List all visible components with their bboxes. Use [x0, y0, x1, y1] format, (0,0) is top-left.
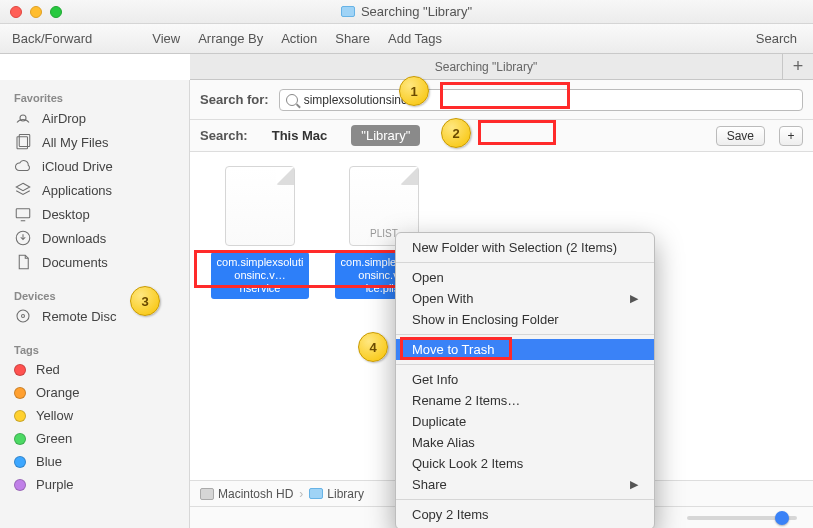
documents-icon [14, 254, 32, 270]
toolbar-search[interactable]: Search [756, 31, 797, 46]
sidebar-item-documents[interactable]: Documents [0, 250, 189, 274]
ctx-separator [396, 364, 654, 365]
svg-point-6 [22, 315, 25, 318]
tag-dot-icon [14, 387, 26, 399]
ctx-show-in-enclosing-folder[interactable]: Show in Enclosing Folder [396, 309, 654, 330]
add-search-criteria-button[interactable]: + [779, 126, 803, 146]
path-segment-root[interactable]: Macintosh HD [200, 487, 293, 501]
new-tab-button[interactable]: + [783, 54, 813, 79]
scope-library-button[interactable]: "Library" [351, 125, 420, 146]
sidebar-item-label: Orange [36, 385, 79, 400]
toolbar-view[interactable]: View [152, 31, 180, 46]
sidebar-item-label: All My Files [42, 135, 108, 150]
applications-icon [14, 182, 32, 198]
sidebar-item-airdrop[interactable]: AirDrop [0, 106, 189, 130]
chevron-right-icon: ▶ [630, 478, 638, 491]
sidebar-item-label: Downloads [42, 231, 106, 246]
annotation-highlight-2 [478, 120, 556, 145]
sidebar-section-tags: Tags [0, 338, 189, 358]
svg-rect-3 [16, 209, 30, 218]
sidebar-item-label: Documents [42, 255, 108, 270]
ctx-open[interactable]: Open [396, 267, 654, 288]
sidebar-section-devices: Devices [0, 284, 189, 304]
icon-size-slider[interactable] [687, 516, 797, 520]
back-forward-button[interactable]: Back/Forward [12, 31, 92, 46]
ctx-new-folder-with-selection[interactable]: New Folder with Selection (2 Items) [396, 237, 654, 258]
tag-dot-icon [14, 479, 26, 491]
save-search-button[interactable]: Save [716, 126, 765, 146]
sidebar-item-label: Desktop [42, 207, 90, 222]
search-input[interactable]: simplexsolutionsinc [279, 89, 803, 111]
ctx-get-info[interactable]: Get Info [396, 369, 654, 390]
search-value: simplexsolutionsinc [304, 93, 407, 107]
toolbar-share[interactable]: Share [335, 31, 370, 46]
toolbar-add-tags[interactable]: Add Tags [388, 31, 442, 46]
disc-icon [14, 308, 32, 324]
annotation-callout-1: 1 [399, 76, 429, 106]
sidebar-tag-yellow[interactable]: Yellow [0, 404, 189, 427]
annotation-callout-2: 2 [441, 118, 471, 148]
toolbar-arrange-by[interactable]: Arrange By [198, 31, 263, 46]
sidebar-tag-red[interactable]: Red [0, 358, 189, 381]
path-label: Library [327, 487, 364, 501]
sidebar-item-label: Purple [36, 477, 74, 492]
sidebar-item-label: Blue [36, 454, 62, 469]
sidebar-item-label: Applications [42, 183, 112, 198]
sidebar-tag-blue[interactable]: Blue [0, 450, 189, 473]
toolbar-action[interactable]: Action [281, 31, 317, 46]
scope-this-mac-button[interactable]: This Mac [262, 125, 338, 146]
sidebar-item-label: Green [36, 431, 72, 446]
search-for-label: Search for: [200, 92, 269, 107]
sidebar-item-all-my-files[interactable]: All My Files [0, 130, 189, 154]
ctx-rename-items[interactable]: Rename 2 Items… [396, 390, 654, 411]
airdrop-icon [14, 110, 32, 126]
sidebar-tag-orange[interactable]: Orange [0, 381, 189, 404]
search-scope-row: Search: This Mac "Library" Save + 2 [190, 120, 813, 152]
context-menu: New Folder with Selection (2 Items) Open… [395, 232, 655, 528]
ctx-copy-items[interactable]: Copy 2 Items [396, 504, 654, 525]
ctx-open-with[interactable]: Open With▶ [396, 288, 654, 309]
ctx-make-alias[interactable]: Make Alias [396, 432, 654, 453]
sidebar-item-icloud-drive[interactable]: iCloud Drive [0, 154, 189, 178]
path-segment-library[interactable]: Library [309, 487, 364, 501]
sidebar-item-label: iCloud Drive [42, 159, 113, 174]
sidebar-item-label: Red [36, 362, 60, 377]
folder-icon [309, 488, 323, 499]
ctx-separator [396, 262, 654, 263]
chevron-right-icon: ▶ [630, 292, 638, 305]
sidebar-tag-purple[interactable]: Purple [0, 473, 189, 496]
tag-dot-icon [14, 433, 26, 445]
sidebar-item-remote-disc[interactable]: Remote Disc [0, 304, 189, 328]
sidebar-item-applications[interactable]: Applications [0, 178, 189, 202]
sidebar-item-desktop[interactable]: Desktop [0, 202, 189, 226]
downloads-icon [14, 230, 32, 246]
sidebar-item-label: Yellow [36, 408, 73, 423]
search-row: Search for: simplexsolutionsinc 1 [190, 80, 813, 120]
sidebar-section-favorites: Favorites [0, 86, 189, 106]
sidebar-tag-green[interactable]: Green [0, 427, 189, 450]
ctx-move-to-trash[interactable]: Move to Trash [396, 339, 654, 360]
window-title: Searching "Library" [0, 4, 813, 19]
sidebar-item-label: AirDrop [42, 111, 86, 126]
folder-icon [341, 6, 355, 17]
sidebar-item-downloads[interactable]: Downloads [0, 226, 189, 250]
slider-knob[interactable] [775, 511, 789, 525]
window-titlebar: Searching "Library" [0, 0, 813, 24]
file-name: com.simplexsoluti onsinc.v…nservice [211, 252, 310, 299]
ctx-quick-look[interactable]: Quick Look 2 Items [396, 453, 654, 474]
annotation-callout-3: 3 [130, 286, 160, 316]
toolbar: Back/Forward View Arrange By Action Shar… [0, 24, 813, 54]
svg-point-5 [17, 310, 29, 322]
ctx-duplicate[interactable]: Duplicate [396, 411, 654, 432]
file-icon [225, 166, 295, 246]
tag-dot-icon [14, 364, 26, 376]
cloud-icon [14, 158, 32, 174]
disk-icon [200, 488, 214, 500]
ctx-separator [396, 499, 654, 500]
file-item[interactable]: com.simplexsoluti onsinc.v…nservice [212, 166, 308, 299]
tab-active[interactable]: Searching "Library" [190, 54, 783, 79]
desktop-icon [14, 206, 32, 222]
ctx-share[interactable]: Share▶ [396, 474, 654, 495]
sidebar: Favorites AirDrop All My Files iCloud Dr… [0, 80, 190, 528]
ctx-separator [396, 334, 654, 335]
